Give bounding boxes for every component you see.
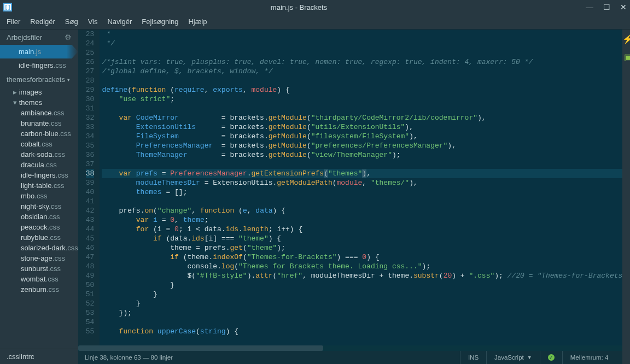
- gear-icon[interactable]: ⚙: [65, 33, 72, 42]
- code-area[interactable]: * */ /*jslint vars: true, plusplus: true…: [100, 30, 622, 345]
- cursor-status: Linje 38, kolonne 63 — 80 linjer: [85, 354, 460, 361]
- file-item[interactable]: dracula.css: [0, 160, 78, 170]
- file-item[interactable]: wombat.css: [0, 274, 78, 284]
- extension-manager-icon[interactable]: ▣: [624, 52, 630, 62]
- file-item[interactable]: carbon-blue.css: [0, 128, 78, 139]
- indent-mode[interactable]: Mellemrum: 4: [562, 351, 616, 364]
- file-item[interactable]: cobalt.css: [0, 139, 78, 149]
- check-icon: ✓: [548, 354, 555, 361]
- folder-item[interactable]: images: [0, 87, 78, 97]
- menu-item[interactable]: Søg: [65, 17, 78, 26]
- title-bar: [ ] main.js - Brackets — ☐ ✕: [0, 0, 630, 14]
- app-logo-icon: [ ]: [3, 3, 12, 11]
- line-gutter: 2324252627282930313233343536373839404142…: [78, 30, 100, 345]
- window-title: main.js - Brackets: [12, 3, 586, 11]
- file-tree: imagesthemesambiance.cssbrunante.csscarb…: [0, 87, 78, 349]
- menu-item[interactable]: Fejlsøgning: [142, 17, 178, 26]
- file-item[interactable]: peacock.css: [0, 222, 78, 232]
- working-files-header: Arbejdsfiler ⚙: [0, 30, 78, 45]
- file-item[interactable]: .csslintrc: [0, 349, 78, 364]
- menu-item[interactable]: Hjælp: [188, 17, 207, 26]
- language-mode[interactable]: JavaScript▼: [486, 351, 540, 364]
- maximize-button[interactable]: ☐: [603, 3, 610, 11]
- right-toolbar: ⚡ ▣: [622, 30, 630, 364]
- close-button[interactable]: ✕: [620, 3, 627, 11]
- file-item[interactable]: obsidian.css: [0, 212, 78, 222]
- chevron-down-icon: ▾: [67, 77, 70, 83]
- file-item[interactable]: light-table.css: [0, 180, 78, 191]
- file-item[interactable]: mbo.css: [0, 191, 78, 201]
- live-preview-icon[interactable]: ⚡: [622, 34, 630, 44]
- menu-item[interactable]: Vis: [88, 17, 98, 26]
- working-file-item[interactable]: main.js: [0, 45, 78, 58]
- menu-item[interactable]: Redigér: [30, 17, 55, 26]
- project-dropdown[interactable]: themesforbrackets ▾: [0, 72, 78, 87]
- minimize-button[interactable]: —: [586, 3, 593, 11]
- working-file-item[interactable]: idle-fingers.css: [0, 58, 78, 72]
- file-item[interactable]: dark-soda.css: [0, 149, 78, 160]
- file-item[interactable]: ambiance.css: [0, 108, 78, 118]
- horizontal-scrollbar[interactable]: [78, 345, 623, 351]
- status-bar: Linje 38, kolonne 63 — 80 linjer INS Jav…: [78, 351, 623, 364]
- file-item[interactable]: sunburst.css: [0, 263, 78, 274]
- menu-bar: FilerRedigérSøgVisNavigérFejlsøgningHjæl…: [0, 14, 630, 30]
- file-item[interactable]: stone-age.css: [0, 253, 78, 263]
- file-item[interactable]: zenburn.css: [0, 284, 78, 295]
- working-files-label: Arbejdsfiler: [7, 33, 42, 42]
- file-item[interactable]: rubyblue.css: [0, 232, 78, 243]
- folder-item[interactable]: themes: [0, 97, 78, 108]
- sidebar: Arbejdsfiler ⚙ main.jsidle-fingers.css t…: [0, 30, 78, 364]
- file-item[interactable]: idle-fingers.css: [0, 170, 78, 180]
- working-files-list: main.jsidle-fingers.css: [0, 45, 78, 72]
- file-item[interactable]: brunante.css: [0, 118, 78, 128]
- project-name: themesforbrackets: [7, 75, 65, 84]
- menu-item[interactable]: Navigér: [107, 17, 132, 26]
- editor: 2324252627282930313233343536373839404142…: [78, 30, 623, 364]
- file-item[interactable]: night-sky.css: [0, 201, 78, 212]
- insert-mode[interactable]: INS: [460, 351, 486, 364]
- lint-status[interactable]: ✓: [540, 351, 562, 364]
- file-item[interactable]: solarized-dark.css: [0, 243, 78, 253]
- menu-item[interactable]: Filer: [7, 17, 20, 26]
